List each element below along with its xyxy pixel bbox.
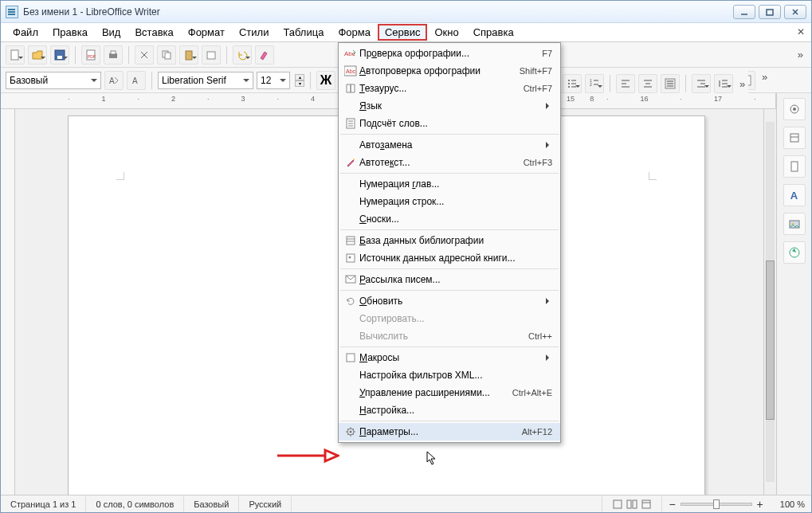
menu-item-label: Управление расширениями... xyxy=(359,387,504,398)
menu-item-label: Проверка орфографии... xyxy=(359,48,534,59)
menu-window[interactable]: Окно xyxy=(427,24,465,41)
svg-rect-14 xyxy=(207,52,215,59)
vertical-scrollbar[interactable] xyxy=(763,109,776,495)
menu-item[interactable]: Язык xyxy=(339,97,560,115)
close-document-icon[interactable]: ✕ xyxy=(797,26,805,37)
menu-item[interactable]: Нумерация глав... xyxy=(339,175,560,193)
menu-item[interactable]: AbcАвтопроверка орфографииShift+F7 xyxy=(339,62,560,80)
bullet-list-button[interactable] xyxy=(563,74,582,93)
align-center-button[interactable] xyxy=(638,74,657,93)
status-language[interactable]: Русский xyxy=(239,495,292,512)
submenu-arrow-icon xyxy=(546,142,552,148)
number-list-button[interactable]: 12 xyxy=(585,74,604,93)
open-button[interactable] xyxy=(28,45,47,65)
book-icon xyxy=(342,83,359,94)
menu-item[interactable]: Нумерация строк... xyxy=(339,193,560,210)
status-view-icons[interactable] xyxy=(602,495,662,512)
menu-tools[interactable]: Сервис xyxy=(378,24,428,41)
menu-format[interactable]: Формат xyxy=(181,24,232,41)
paste-button[interactable] xyxy=(179,45,198,65)
export-pdf-button[interactable]: PDF xyxy=(81,45,100,65)
svg-point-29 xyxy=(568,80,570,81)
sidebar-properties-icon[interactable] xyxy=(783,127,806,149)
menu-table[interactable]: Таблица xyxy=(276,24,331,41)
menu-form[interactable]: Форма xyxy=(331,24,378,41)
new-style-button[interactable]: A xyxy=(127,71,146,90)
bold-button[interactable]: Ж xyxy=(316,71,335,90)
font-size-combo[interactable]: 12 xyxy=(257,72,290,89)
sidebar-page-icon[interactable] xyxy=(783,155,806,178)
new-button[interactable] xyxy=(6,45,25,65)
svg-rect-59 xyxy=(791,162,798,171)
clone-button[interactable] xyxy=(202,45,221,65)
mouse-cursor-icon xyxy=(426,451,439,467)
menu-item[interactable]: Тезаурус...Ctrl+F7 xyxy=(339,80,560,97)
menu-styles[interactable]: Стили xyxy=(232,24,276,41)
menu-item[interactable]: Параметры...Alt+F12 xyxy=(339,423,560,441)
format-paintbrush-button[interactable] xyxy=(255,45,274,65)
svg-marker-81 xyxy=(325,450,338,461)
menu-help[interactable]: Справка xyxy=(466,24,521,41)
cut-button[interactable] xyxy=(135,45,154,65)
align-left-button[interactable] xyxy=(616,74,635,93)
toolbar-more-icon[interactable]: » xyxy=(736,78,748,90)
close-button[interactable] xyxy=(784,5,806,19)
svg-rect-1 xyxy=(767,10,773,15)
menu-item[interactable]: Настройка фильтров XML... xyxy=(339,366,560,384)
menu-bar: Файл Правка Вид Вставка Формат Стили Таб… xyxy=(1,23,811,42)
vertical-ruler[interactable] xyxy=(1,109,15,495)
svg-rect-10 xyxy=(111,51,116,54)
menu-item-label: Обновить xyxy=(359,296,541,307)
minimize-button[interactable] xyxy=(733,5,755,19)
menu-item-label: Рассылка писем... xyxy=(359,274,552,285)
sidebar-gallery-icon[interactable] xyxy=(783,213,806,235)
menu-item[interactable]: База данных библиографии xyxy=(339,232,560,249)
menu-file[interactable]: Файл xyxy=(6,24,45,41)
sidebar-styles-icon[interactable]: A xyxy=(783,184,806,206)
zoom-value: 100 % xyxy=(780,499,805,509)
title-bar: Без имени 1 - LibreOffice Writer xyxy=(1,1,811,23)
status-page[interactable]: Страница 1 из 1 xyxy=(1,495,86,512)
separator xyxy=(226,46,227,64)
font-name-combo[interactable]: Liberation Serif xyxy=(158,72,253,89)
print-button[interactable] xyxy=(104,45,123,65)
menu-item[interactable]: Автотекст...Ctrl+F3 xyxy=(339,154,560,171)
font-size-spinner[interactable]: ▴▾ xyxy=(295,74,304,87)
increase-indent-button[interactable] xyxy=(692,74,711,93)
line-spacing-button[interactable] xyxy=(714,74,733,93)
menu-item[interactable]: Подсчёт слов... xyxy=(339,115,560,132)
menu-item[interactable]: Настройка... xyxy=(339,401,560,419)
menu-item[interactable]: AbcПроверка орфографии...F7 xyxy=(339,45,560,62)
svg-point-56 xyxy=(793,108,796,111)
maximize-button[interactable] xyxy=(759,5,781,19)
submenu-arrow-icon xyxy=(546,103,552,109)
separator xyxy=(685,75,686,92)
toolbar-more-icon[interactable]: » xyxy=(759,71,771,90)
undo-button[interactable] xyxy=(233,45,252,65)
status-style[interactable]: Базовый xyxy=(184,495,239,512)
menu-view[interactable]: Вид xyxy=(95,24,128,41)
paragraph-style-combo[interactable]: Базовый xyxy=(6,72,101,89)
align-right-button[interactable] xyxy=(661,74,680,93)
save-button[interactable] xyxy=(50,45,69,65)
toolbar-more-icon[interactable]: » xyxy=(794,49,806,61)
menu-item[interactable]: Источник данных адресной книги... xyxy=(339,249,560,267)
menu-item[interactable]: Макросы xyxy=(339,349,560,366)
sidebar-navigator-icon[interactable] xyxy=(783,241,806,264)
sidebar-settings-icon[interactable] xyxy=(783,98,806,120)
menu-item[interactable]: Управление расширениями...Ctrl+Alt+E xyxy=(339,384,560,401)
menu-insert[interactable]: Вставка xyxy=(127,24,180,41)
menu-item[interactable]: Обновить xyxy=(339,292,560,310)
zoom-control[interactable]: − + 100 % xyxy=(662,498,811,511)
update-style-button[interactable]: A xyxy=(104,71,124,90)
menu-edit[interactable]: Правка xyxy=(45,24,95,41)
menu-item-label: Нумерация глав... xyxy=(359,178,552,190)
copy-button[interactable] xyxy=(157,45,176,65)
status-wordcount[interactable]: 0 слов, 0 символов xyxy=(86,495,184,512)
paragraph-style-value: Базовый xyxy=(10,75,48,86)
db-icon xyxy=(342,235,359,246)
zoom-slider[interactable] xyxy=(681,503,752,506)
menu-item[interactable]: Сноски... xyxy=(339,210,560,228)
menu-item[interactable]: Автозамена xyxy=(339,136,560,154)
menu-item[interactable]: Рассылка писем... xyxy=(339,271,560,288)
